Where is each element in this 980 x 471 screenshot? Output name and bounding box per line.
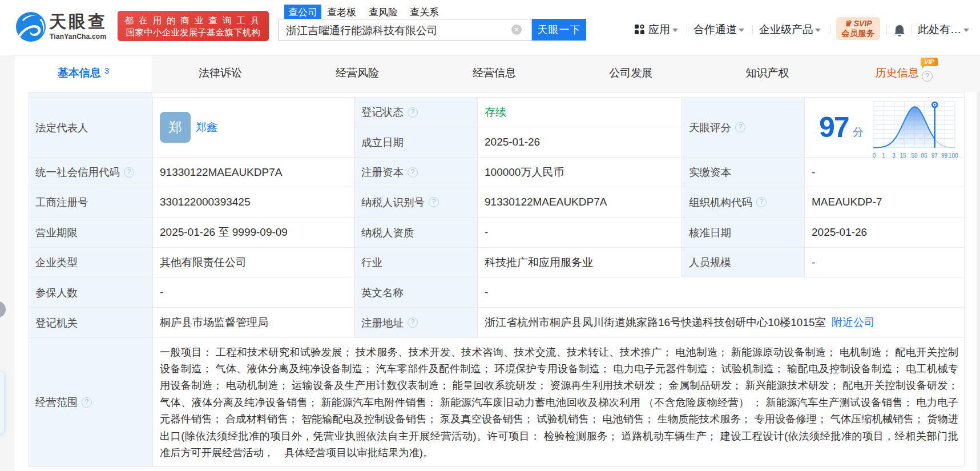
svg-text:97: 97: [931, 152, 938, 159]
svg-text:1: 1: [882, 152, 885, 159]
svg-text:85: 85: [921, 152, 928, 159]
svg-text:15: 15: [900, 152, 907, 159]
svg-text:99: 99: [941, 152, 948, 159]
svg-text:3: 3: [892, 152, 896, 159]
svg-text:100: 100: [949, 152, 958, 159]
svg-text:50: 50: [912, 152, 918, 159]
svg-text:0: 0: [873, 152, 876, 159]
